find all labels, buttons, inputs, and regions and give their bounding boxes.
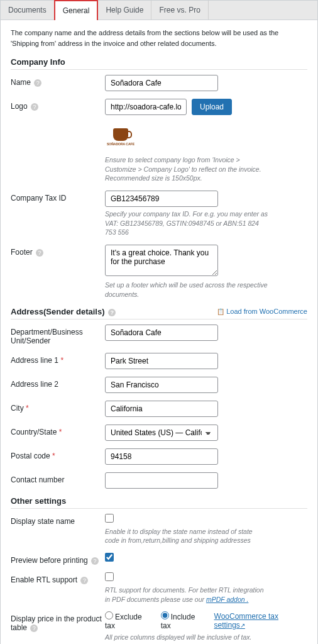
tab-free-vs-pro[interactable]: Free vs. Pro <box>151 1 208 19</box>
tab-help-guide[interactable]: Help Guide <box>98 1 151 19</box>
tab-documents[interactable]: Documents <box>1 1 55 19</box>
intro-text: The company name and the address details… <box>11 28 307 48</box>
contact-label: Contact number <box>11 472 105 484</box>
enable-rtl-checkbox[interactable] <box>105 572 114 581</box>
tax-id-input[interactable] <box>105 191 218 207</box>
tax-hint: Specify your company tax ID. For e.g. yo… <box>105 209 268 237</box>
postal-input[interactable] <box>105 448 218 465</box>
section-company-info: Company Info <box>11 57 307 70</box>
mpdf-addon-link[interactable]: mPDF addon . <box>206 596 249 603</box>
help-icon[interactable]: ? <box>30 625 38 632</box>
preview-label: Preview before printing <box>11 556 88 565</box>
footer-textarea[interactable]: It's a great choice. Thank you for the p… <box>105 245 218 276</box>
exclude-tax-option[interactable]: Exclude tax <box>105 611 152 630</box>
city-label: City <box>11 404 24 413</box>
name-label: Name <box>11 78 31 87</box>
address1-label: Address line 1 <box>11 356 58 365</box>
section-address: Address(Sender details) ? Load from WooC… <box>11 307 307 319</box>
help-icon[interactable]: ? <box>31 103 38 111</box>
tab-general[interactable]: General <box>54 0 99 20</box>
logo-preview: SOÑADORA CAFE <box>105 121 136 153</box>
rtl-label: Enable RTL support <box>11 575 77 584</box>
state-name-hint: Enable it to display the state name inst… <box>105 527 268 545</box>
load-from-woocommerce-link[interactable]: Load from WooCommerce <box>217 308 307 315</box>
address2-label: Address line 2 <box>11 377 105 389</box>
contact-input[interactable] <box>105 472 218 489</box>
help-icon[interactable]: ? <box>36 249 43 257</box>
preview-before-printing-checkbox[interactable] <box>105 553 114 562</box>
price-display-label: Display price in the product table <box>11 614 102 632</box>
city-input[interactable] <box>105 401 218 417</box>
upload-button[interactable]: Upload <box>192 99 232 115</box>
state-name-label: Display state name <box>11 514 105 526</box>
display-state-name-checkbox[interactable] <box>105 514 114 523</box>
country-select[interactable]: United States (US) — California <box>105 425 218 441</box>
section-other-settings: Other settings <box>11 496 307 509</box>
help-icon[interactable]: ? <box>34 79 41 87</box>
country-label: Country/State <box>11 428 57 436</box>
logo-hint: Ensure to select company logo from 'Invo… <box>105 155 268 183</box>
logo-url-input[interactable] <box>105 99 187 115</box>
help-icon[interactable]: ? <box>91 557 99 565</box>
dept-input[interactable] <box>105 325 218 341</box>
price-hint: All price columns displayed will be incl… <box>105 633 268 642</box>
logo-label: Logo <box>11 102 28 111</box>
include-tax-option[interactable]: Include tax <box>161 611 206 630</box>
rtl-hint: RTL support for documents. For better RT… <box>105 586 268 604</box>
help-icon[interactable]: ? <box>80 577 88 584</box>
woocommerce-tax-settings-link[interactable]: WooCommerce tax settings <box>214 612 307 630</box>
tax-label: Company Tax ID <box>11 194 66 203</box>
footer-label: Footer <box>11 248 33 257</box>
settings-tabs: Documents General Help Guide Free vs. Pr… <box>1 1 317 20</box>
address1-input[interactable] <box>105 353 218 369</box>
dept-label: Department/Business Unit/Sender <box>11 325 105 345</box>
address2-input[interactable] <box>105 377 218 393</box>
postal-label: Postal code <box>11 452 50 460</box>
help-icon[interactable]: ? <box>108 309 116 316</box>
footer-hint: Set up a footer which will be used acros… <box>105 280 268 299</box>
name-input[interactable] <box>105 75 218 91</box>
